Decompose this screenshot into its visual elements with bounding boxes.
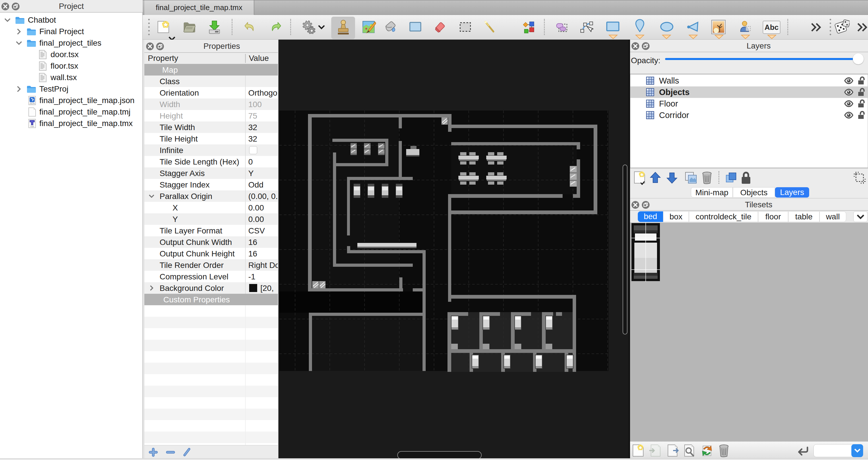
svg-text:Abc: Abc bbox=[764, 23, 778, 32]
svg-text:TMX: TMX bbox=[30, 125, 34, 127]
svg-text:JSON: JSON bbox=[30, 102, 35, 104]
